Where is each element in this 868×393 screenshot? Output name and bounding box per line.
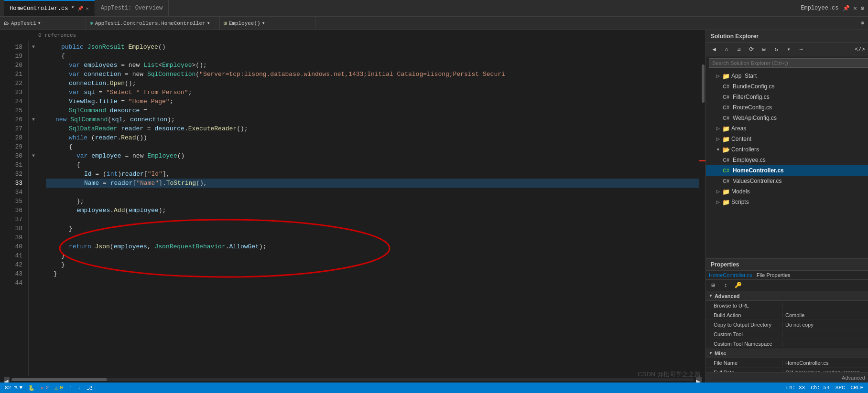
code-line-21: var connection = new SqlConnection("Serv… (46, 70, 699, 79)
props-row-custom-tool[interactable]: Custom Tool (706, 329, 868, 339)
code-editor[interactable]: public JsonResult Employee() { var emplo… (38, 41, 699, 376)
props-key-btn[interactable]: 🔑 (733, 280, 743, 291)
method-dropdown[interactable]: Employee() ▼ (229, 21, 311, 26)
fold-26[interactable]: ▼ (29, 115, 38, 124)
warning-icon: ⚠ (54, 385, 58, 391)
code-container[interactable]: 18 19 20 21 22 23 24 25 26 27 28 29 30 3… (0, 41, 705, 376)
ln-32: 32 (0, 170, 22, 179)
advanced-bottom-text: Advanced (842, 375, 865, 381)
fold-30[interactable]: ▼ (29, 151, 38, 160)
class-icon: ⊕ (90, 20, 93, 26)
tree-item-routeconfig[interactable]: C# RouteConfig.cs (706, 102, 868, 113)
status-nav-up[interactable]: ↑ (68, 385, 72, 391)
status-warnings[interactable]: ⚠ 0 (54, 385, 63, 391)
error-icon: ✕ (41, 385, 44, 391)
tree-item-controllers[interactable]: ▾ 📂 Controllers (706, 144, 868, 155)
scroll-left-btn[interactable]: ◀ (4, 377, 10, 382)
title-bar: HomeController.cs * 📌 ✕ AppTest1: Overvi… (0, 0, 868, 17)
props-row-custom-tool-ns[interactable]: Custom Tool Namespace (706, 339, 868, 349)
h-scroll-thumb[interactable] (11, 378, 107, 381)
scripts-folder-icon: 📁 (722, 199, 730, 206)
tree-item-bundleconfig[interactable]: C# BundleConfig.cs (706, 81, 868, 92)
props-file-label: File Properties (757, 272, 791, 278)
add-file-icon[interactable]: ⊕ (861, 20, 864, 27)
method-arrow-icon: ▼ (262, 21, 265, 25)
class-dropdown[interactable]: AppTest1.Controllers.HomeController ▼ (95, 21, 216, 26)
props-sort-btn[interactable]: ↕ (720, 280, 731, 291)
se-settings-btn[interactable]: ⋯ (796, 44, 806, 55)
status-zoom[interactable]: 82 % ▼ (5, 385, 22, 391)
se-home-btn[interactable]: ⌂ (721, 44, 732, 55)
close-tab-icon[interactable]: ✕ (854, 5, 857, 12)
status-right: Ln: 33 Ch: 54 SPC CRLF (786, 385, 863, 391)
webapiconfig-label: WebApiConfig.cs (733, 115, 777, 121)
pin-tab-icon[interactable]: 📌 (843, 5, 850, 12)
tree-item-employee-cs[interactable]: C# Employee.cs (706, 155, 868, 165)
se-sync-btn[interactable]: ⇄ (734, 44, 744, 55)
props-section-advanced[interactable]: ▼ Advanced (706, 291, 868, 301)
tree-item-app-start[interactable]: ▷ 📁 App_Start (706, 71, 868, 81)
props-grid-btn[interactable]: ⊞ (708, 280, 718, 291)
misc-arrow-icon: ▼ (709, 351, 713, 355)
solution-search-input[interactable] (709, 58, 868, 68)
controllers-arrow: ▾ (715, 147, 721, 152)
models-folder-icon: 📁 (722, 188, 730, 195)
project-selector[interactable]: 🗁 AppTest1 ▼ (0, 17, 86, 30)
status-errors[interactable]: ✕ 2 (41, 385, 49, 391)
props-row-build-action[interactable]: Build Action Compile (706, 310, 868, 320)
tab-homecontroller[interactable]: HomeController.cs * 📌 ✕ (4, 0, 95, 16)
tab-close-icon[interactable]: ✕ (86, 6, 89, 11)
ln-33: 33 (0, 179, 22, 188)
fold-18[interactable]: ▼ (29, 42, 38, 52)
employee-cs-label: Employee.cs (733, 157, 766, 163)
horizontal-scrollbar[interactable]: ◀ ▶ (0, 376, 705, 382)
tree-item-webapiconfig[interactable]: C# WebApiConfig.cs (706, 113, 868, 123)
ln-24: 24 (0, 97, 22, 106)
h-scroll-track[interactable] (11, 378, 694, 381)
tree-item-filterconfig[interactable]: C# FilterConfig.cs (706, 92, 868, 102)
method-selector[interactable]: ⊞ Employee() ▼ (220, 17, 315, 30)
advanced-section-label: Advanced (715, 293, 740, 299)
properties-panel: Properties HomeController.cs File Proper… (706, 258, 868, 382)
homecontroller-cs-icon: C# (723, 168, 729, 173)
employee-cs-tab[interactable]: Employee.cs (801, 5, 838, 11)
ln-18: 18 (0, 42, 22, 52)
ln-44: 44 (0, 278, 22, 287)
properties-file-info: HomeController.cs File Properties (706, 271, 868, 280)
se-collapse-btn[interactable]: ▾ (783, 44, 794, 55)
nav-down-icon: ↓ (77, 385, 81, 391)
props-row-full-path[interactable]: Full Path C:\Users\azure_user\source\rep… (706, 368, 868, 372)
tab-overview[interactable]: AppTest1: Overview (95, 0, 169, 16)
status-python-icon[interactable]: 🐍 (28, 385, 35, 391)
se-code-btn[interactable]: </> (855, 44, 865, 55)
scripts-label: Scripts (731, 199, 749, 205)
props-row-browse-to-url[interactable]: Browse to URL (706, 301, 868, 310)
pin-icon[interactable]: 📌 (77, 6, 83, 11)
props-key-custom-tool: Custom Tool (706, 331, 782, 337)
ln-28: 28 (0, 133, 22, 142)
se-back-btn[interactable]: ◀ (709, 44, 719, 55)
editor-scrollbar[interactable] (699, 41, 705, 376)
project-dropdown[interactable]: AppTest1 ▼ (11, 21, 82, 26)
props-row-copy-output[interactable]: Copy to Output Directory Do not copy (706, 320, 868, 329)
props-row-file-name[interactable]: File Name HomeController.cs (706, 358, 868, 368)
status-nav-down[interactable]: ↓ (77, 385, 81, 391)
tree-item-models[interactable]: ▷ 📁 Models (706, 186, 868, 197)
class-selector[interactable]: ⊕ AppTest1.Controllers.HomeController ▼ (86, 17, 220, 30)
tree-item-scripts[interactable]: ▷ 📁 Scripts (706, 197, 868, 207)
se-filter-btn[interactable]: ⊟ (759, 44, 769, 55)
se-refresh-btn[interactable]: ↻ (771, 44, 781, 55)
tree-item-valuescontroller-cs[interactable]: C# ValuesController.cs (706, 176, 868, 186)
status-git[interactable]: ⎇ (87, 385, 93, 391)
settings-icon[interactable]: ⚙ (861, 5, 864, 12)
scrollbar-thumb[interactable] (702, 64, 705, 103)
se-nav-btn[interactable]: ⟳ (746, 44, 757, 55)
ln-36: 36 (0, 206, 22, 215)
status-line-ending: CRLF (851, 385, 863, 391)
tree-item-areas[interactable]: ▷ 📁 Areas (706, 123, 868, 134)
tree-item-content[interactable]: ▷ 📁 Content (706, 134, 868, 144)
tree-item-homecontroller-cs[interactable]: C# HomeController.cs (706, 165, 868, 176)
props-key-browse-to-url: Browse to URL (706, 303, 782, 308)
scroll-right-btn[interactable]: ▶ (696, 377, 702, 382)
props-section-misc[interactable]: ▼ Misc (706, 349, 868, 358)
